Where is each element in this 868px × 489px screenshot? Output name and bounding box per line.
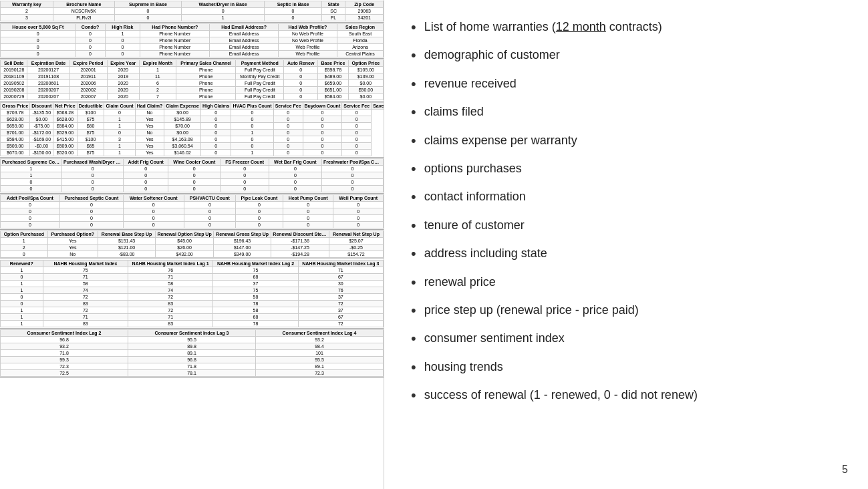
table-cell: $147.00 xyxy=(213,244,271,251)
table-cell: 20190502 xyxy=(1,80,27,87)
col-septic-in-base: Septic in Base xyxy=(265,1,321,8)
table-cell: 0 xyxy=(1,215,60,222)
bullet-claims-filed: • claims filed xyxy=(411,104,841,121)
bullet-text-tenure: tenure of customer xyxy=(424,217,525,234)
table-cell: 0 xyxy=(59,202,123,208)
col-pipe-leak: Pipe Leak Count xyxy=(235,195,283,202)
col-renewed: Renewed? xyxy=(1,261,43,267)
table-cell: No xyxy=(135,110,164,116)
col-payment-method: Payment Method xyxy=(236,60,284,67)
table-cell: $568.28 xyxy=(53,110,77,116)
table-cell: 93.2 xyxy=(256,337,384,343)
table-cell: $75 xyxy=(77,116,104,123)
table-cell: 2019 xyxy=(107,73,139,80)
table-cell: 2020 xyxy=(107,87,139,94)
table-row: 083837872 xyxy=(1,301,384,307)
col-addt-pool: Addt Pool/Spa Count xyxy=(1,195,60,202)
table-cell: 202006 xyxy=(69,80,107,87)
table-cell: 83 xyxy=(128,321,213,327)
table-cell: 0 xyxy=(283,215,333,222)
bullet-text-claims-expense: claims expense per warranty xyxy=(424,132,577,149)
table-cell: 58 xyxy=(128,281,213,287)
table-cell: 0 xyxy=(1,202,60,208)
table-cell: 0 xyxy=(269,166,321,172)
table-row: 201905022020060120200620206PhoneFull Pay… xyxy=(1,80,384,87)
table-row: 174747576 xyxy=(1,287,384,294)
table-cell: 1 xyxy=(231,150,273,156)
col-zip-code: Zip Code xyxy=(345,1,384,8)
table-cell: 0 xyxy=(184,208,235,215)
table-cell: -$83.00 xyxy=(98,251,156,258)
table-cell: 0 xyxy=(235,202,283,208)
table-cell: 0 xyxy=(221,179,269,186)
table-cell: 0 xyxy=(181,8,265,15)
table-cell: -$147.25 xyxy=(271,244,329,251)
col-discount: Discount xyxy=(30,103,53,110)
table-cell: 1 xyxy=(1,287,43,294)
table-cell: Phone Number xyxy=(140,51,210,57)
table-cell: Email Address xyxy=(210,31,278,37)
table-cell: 7 xyxy=(139,94,176,100)
table-cell: $100 xyxy=(77,136,104,143)
table-cell: 0 xyxy=(1,37,76,44)
table-row: 71.889.1101 xyxy=(1,350,384,357)
col-supreme-in-base: Supreme in Base xyxy=(114,1,181,8)
table-cell: 98.4 xyxy=(256,343,384,350)
table-cell: 0 xyxy=(123,222,184,228)
table-cell: No xyxy=(135,130,164,136)
table-cell: 0 xyxy=(342,123,372,130)
table-cell: $0.00 xyxy=(164,130,201,136)
table-cell: Phone Number xyxy=(140,31,210,37)
table-cell: 0 xyxy=(235,215,283,222)
col-option-purchased: Option Purchased xyxy=(1,231,48,238)
table-row: $701.00-$172.00$529.00$750No$0.0001000 xyxy=(1,130,385,136)
col-expire-period: Expire Period xyxy=(69,60,107,67)
table-cell: -$169.00 xyxy=(30,136,53,143)
table-row: 071716867 xyxy=(1,274,384,281)
table-cell: $45.00 xyxy=(156,238,214,244)
col-renewal-gross-step: Renewal Gross Step Up xyxy=(213,231,271,238)
table-cell: $60 xyxy=(77,123,104,130)
table-cell: Email Address xyxy=(210,51,278,57)
table-cell: 0 xyxy=(168,172,221,179)
table-cell: 0 xyxy=(168,186,221,192)
table-cell: 71 xyxy=(43,314,128,321)
table-cell: 68 xyxy=(213,274,298,281)
bullet-price-step-up: • price step up (renewal price - price p… xyxy=(411,302,841,319)
table-cell: Full Pay Credit xyxy=(236,87,284,94)
bullet-text-contact-info: contact information xyxy=(424,188,526,205)
table-cell: -$172.00 xyxy=(30,130,53,136)
table-cell: $509.00 xyxy=(53,143,77,150)
table-cell: $4,163.08 xyxy=(164,136,201,143)
table-cell: $584.00 xyxy=(53,123,77,130)
col-base-price: Base Price xyxy=(318,60,349,67)
col-washer-dryer: Washer/Dryer in Base xyxy=(181,1,265,8)
table-row: 99.396.895.5 xyxy=(1,357,384,363)
table-row: 000Phone NumberEmail AddressWeb ProfileC… xyxy=(1,51,384,57)
table-cell: 20200207 xyxy=(27,94,69,100)
section-consumer-sentiment: Consumer Sentiment Index Lag 2 Consumer … xyxy=(0,329,384,378)
table-cell: 34201 xyxy=(345,15,384,21)
section-gross-price: Gross Price Discount Net Price Deductibl… xyxy=(0,102,384,158)
table-row: 072725837 xyxy=(1,294,384,301)
col-gross-price: Gross Price xyxy=(1,103,30,110)
table-row: 72.578.172.3 xyxy=(1,370,384,377)
table-cell: SC xyxy=(321,8,345,15)
table-cell: 0 xyxy=(303,143,342,150)
table-cell: $703.78 xyxy=(1,110,30,116)
col-expiration-date: Expiration Date xyxy=(27,60,69,67)
table-row: 202007292020020720200720207PhoneFull Pay… xyxy=(1,94,384,100)
table-cell: $139.00 xyxy=(348,73,383,80)
table-cell: 37 xyxy=(298,294,383,301)
col-nahb-lag1: NAHB Housing Market Index Lag 1 xyxy=(128,261,213,267)
table-cell: 0 xyxy=(1,301,43,307)
spreadsheet-panel: Warranty key Brochure Name Supreme in Ba… xyxy=(0,0,384,489)
table-row: 2NCSCRv5K000SC29063 xyxy=(1,8,384,15)
table-cell: 0 xyxy=(124,172,168,179)
table-cell: 0 xyxy=(123,202,184,208)
table-cell: 0 xyxy=(200,130,231,136)
table-cell: 0 xyxy=(59,208,123,215)
table-cell: 1 xyxy=(139,67,176,73)
table-row: $703.78-$135.50$568.28$1000No$0.0000000 xyxy=(1,110,385,116)
table-cell: Phone Number xyxy=(140,37,210,44)
